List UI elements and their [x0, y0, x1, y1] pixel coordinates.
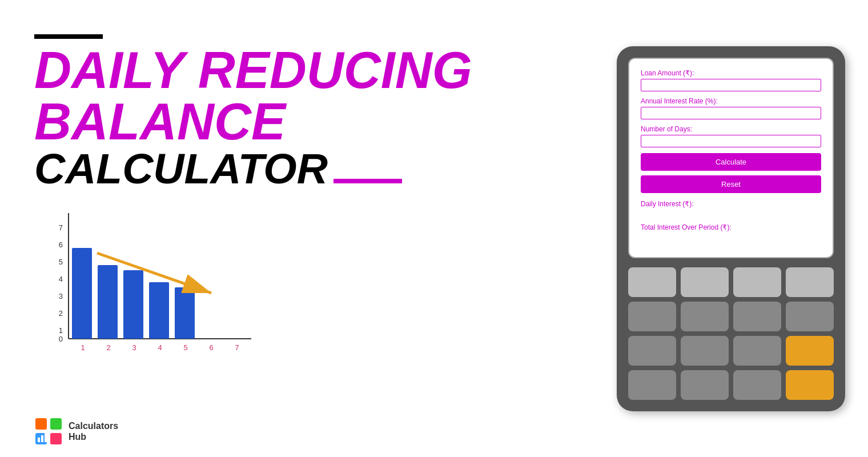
num-days-field: Number of Days:	[641, 125, 821, 147]
svg-text:2: 2	[106, 343, 110, 352]
svg-text:5: 5	[183, 343, 187, 352]
logo-area: Calculators Hub	[34, 417, 118, 446]
key-r4c4-orange[interactable]	[786, 370, 834, 400]
svg-text:3: 3	[59, 292, 63, 300]
svg-text:2: 2	[59, 309, 63, 318]
title-line2: BALANCE	[34, 96, 560, 147]
key-r1c3[interactable]	[733, 267, 781, 297]
svg-rect-20	[149, 282, 169, 339]
total-interest-value	[641, 233, 821, 242]
logo-line1: Calculators	[69, 420, 118, 431]
left-section: DAILY REDUCING BALANCE CALCULATOR 7 6 5 …	[0, 0, 594, 457]
key-r3c2[interactable]	[681, 336, 729, 366]
bar-chart: 7 6 5 4 3 2 1 0 1 2 3 4 5 6 7	[34, 207, 274, 367]
svg-text:4: 4	[59, 275, 63, 283]
key-r2c3[interactable]	[733, 302, 781, 331]
key-r2c2[interactable]	[681, 302, 729, 331]
key-r1c1[interactable]	[628, 267, 676, 297]
svg-rect-21	[175, 287, 195, 339]
daily-interest-result: Daily Interest (₹):	[641, 200, 821, 219]
interest-rate-input[interactable]	[641, 107, 821, 119]
title-block: DAILY REDUCING BALANCE CALCULATOR	[34, 34, 560, 190]
svg-text:1: 1	[59, 326, 63, 335]
key-r4c3[interactable]	[733, 370, 781, 400]
svg-text:6: 6	[59, 240, 63, 249]
svg-rect-28	[38, 438, 40, 442]
svg-text:0: 0	[59, 335, 63, 343]
loan-amount-field: Loan Amount (₹):	[641, 69, 821, 91]
svg-rect-26	[50, 418, 62, 430]
svg-text:5: 5	[59, 258, 63, 266]
num-days-input[interactable]	[641, 135, 821, 147]
title-line3: CALCULATOR	[34, 147, 560, 190]
daily-interest-value	[641, 210, 821, 219]
interest-rate-field: Annual Interest Rate (%):	[641, 97, 821, 119]
calculator-keypad	[628, 267, 834, 400]
svg-rect-18	[98, 265, 118, 339]
svg-rect-29	[41, 435, 43, 442]
loan-amount-label: Loan Amount (₹):	[641, 69, 821, 77]
calculator-screen: Loan Amount (₹): Annual Interest Rate (%…	[628, 58, 834, 258]
svg-text:4: 4	[158, 343, 162, 352]
purple-underline	[333, 179, 402, 183]
key-r1c4[interactable]	[786, 267, 834, 297]
logo-icon	[34, 417, 63, 446]
svg-rect-17	[72, 248, 92, 339]
title-line1: DAILY REDUCING	[34, 45, 560, 96]
svg-text:7: 7	[235, 343, 239, 352]
calculate-button[interactable]: Calculate	[641, 153, 821, 171]
black-bar-top	[34, 34, 103, 39]
svg-text:3: 3	[132, 343, 136, 352]
key-r2c1[interactable]	[628, 302, 676, 331]
key-r2c4[interactable]	[786, 302, 834, 331]
key-r4c2[interactable]	[681, 370, 729, 400]
key-r3c1[interactable]	[628, 336, 676, 366]
svg-text:1: 1	[81, 343, 85, 352]
svg-text:7: 7	[59, 223, 63, 232]
total-interest-result: Total Interest Over Period (₹):	[641, 223, 821, 242]
reset-button[interactable]: Reset	[641, 175, 821, 193]
daily-interest-label: Daily Interest (₹):	[641, 200, 821, 208]
key-r3c4-orange[interactable]	[786, 336, 834, 366]
logo-line2: Hub	[69, 431, 118, 442]
loan-amount-input[interactable]	[641, 79, 821, 91]
svg-text:6: 6	[209, 343, 213, 352]
interest-rate-label: Annual Interest Rate (%):	[641, 97, 821, 105]
chart-area: 7 6 5 4 3 2 1 0 1 2 3 4 5 6 7	[34, 207, 274, 367]
svg-rect-30	[45, 433, 47, 442]
right-section: Loan Amount (₹): Annual Interest Rate (%…	[594, 0, 868, 457]
svg-rect-24	[35, 418, 47, 430]
total-interest-label: Total Interest Over Period (₹):	[641, 223, 821, 231]
key-r4c1[interactable]	[628, 370, 676, 400]
key-r3c3[interactable]	[733, 336, 781, 366]
calculator-body: Loan Amount (₹): Annual Interest Rate (%…	[617, 46, 845, 411]
logo-text: Calculators Hub	[69, 420, 118, 442]
key-r1c2[interactable]	[681, 267, 729, 297]
num-days-label: Number of Days:	[641, 125, 821, 133]
svg-rect-19	[123, 270, 143, 339]
svg-rect-27	[50, 433, 62, 444]
